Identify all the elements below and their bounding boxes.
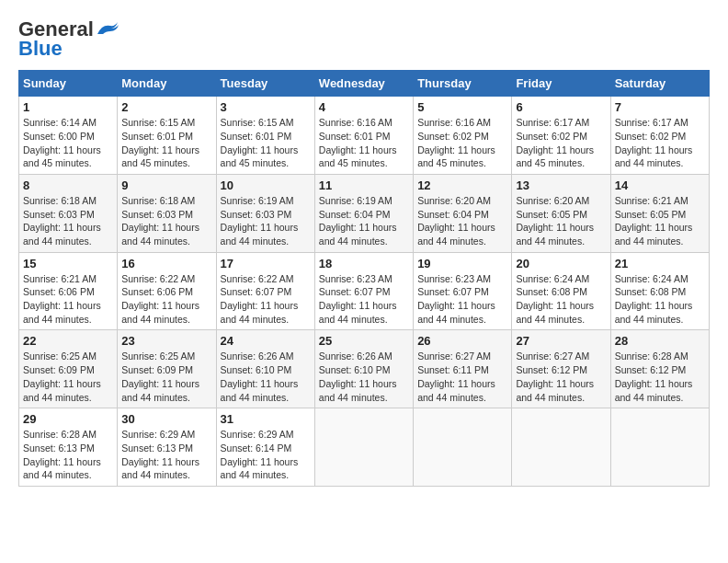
- col-header-thursday: Thursday: [414, 71, 512, 97]
- day-number: 11: [319, 178, 409, 192]
- calendar-cell: 28 Sunrise: 6:28 AM Sunset: 6:12 PM Dayl…: [610, 330, 709, 408]
- calendar-cell: 9 Sunrise: 6:18 AM Sunset: 6:03 PM Dayli…: [118, 174, 216, 252]
- calendar-cell: 27 Sunrise: 6:27 AM Sunset: 6:12 PM Dayl…: [512, 330, 610, 408]
- calendar-cell: [512, 408, 610, 487]
- calendar-week-2: 8 Sunrise: 6:18 AM Sunset: 6:03 PM Dayli…: [19, 174, 710, 252]
- calendar-cell: 16 Sunrise: 6:22 AM Sunset: 6:06 PM Dayl…: [118, 252, 216, 330]
- calendar-cell: 26 Sunrise: 6:27 AM Sunset: 6:11 PM Dayl…: [414, 330, 512, 408]
- day-info: Sunrise: 6:17 AM Sunset: 6:02 PM Dayligh…: [615, 116, 705, 170]
- calendar-week-3: 15 Sunrise: 6:21 AM Sunset: 6:06 PM Dayl…: [19, 252, 710, 330]
- calendar-cell: 8 Sunrise: 6:18 AM Sunset: 6:03 PM Dayli…: [19, 174, 118, 252]
- calendar-cell: 14 Sunrise: 6:21 AM Sunset: 6:05 PM Dayl…: [610, 174, 709, 252]
- calendar-cell: 31 Sunrise: 6:29 AM Sunset: 6:14 PM Dayl…: [216, 408, 314, 487]
- calendar-table: SundayMondayTuesdayWednesdayThursdayFrid…: [18, 70, 710, 487]
- day-number: 9: [121, 178, 211, 192]
- calendar-cell: 11 Sunrise: 6:19 AM Sunset: 6:04 PM Dayl…: [314, 174, 413, 252]
- calendar-cell: 25 Sunrise: 6:26 AM Sunset: 6:10 PM Dayl…: [314, 330, 413, 408]
- day-info: Sunrise: 6:20 AM Sunset: 6:05 PM Dayligh…: [516, 194, 606, 248]
- day-number: 22: [23, 334, 113, 348]
- calendar-cell: 6 Sunrise: 6:17 AM Sunset: 6:02 PM Dayli…: [512, 97, 610, 175]
- day-info: Sunrise: 6:28 AM Sunset: 6:12 PM Dayligh…: [615, 350, 705, 404]
- day-number: 3: [221, 100, 311, 114]
- calendar-cell: 3 Sunrise: 6:15 AM Sunset: 6:01 PM Dayli…: [216, 97, 314, 175]
- day-number: 7: [615, 100, 705, 114]
- day-number: 25: [319, 334, 409, 348]
- day-number: 26: [417, 334, 507, 348]
- day-info: Sunrise: 6:29 AM Sunset: 6:13 PM Dayligh…: [121, 428, 211, 482]
- calendar-cell: [414, 408, 512, 487]
- day-info: Sunrise: 6:21 AM Sunset: 6:05 PM Dayligh…: [615, 194, 705, 248]
- calendar-cell: 21 Sunrise: 6:24 AM Sunset: 6:08 PM Dayl…: [610, 252, 709, 330]
- col-header-tuesday: Tuesday: [216, 71, 314, 97]
- day-info: Sunrise: 6:22 AM Sunset: 6:06 PM Dayligh…: [121, 272, 211, 327]
- day-info: Sunrise: 6:27 AM Sunset: 6:11 PM Dayligh…: [417, 350, 507, 404]
- col-header-wednesday: Wednesday: [314, 71, 413, 97]
- day-info: Sunrise: 6:24 AM Sunset: 6:08 PM Dayligh…: [615, 272, 705, 327]
- calendar-cell: 20 Sunrise: 6:24 AM Sunset: 6:08 PM Dayl…: [512, 252, 610, 330]
- page-header: General Blue: [18, 18, 710, 61]
- calendar-cell: 7 Sunrise: 6:17 AM Sunset: 6:02 PM Dayli…: [610, 97, 709, 175]
- calendar-cell: 19 Sunrise: 6:23 AM Sunset: 6:07 PM Dayl…: [414, 252, 512, 330]
- day-number: 8: [23, 178, 113, 192]
- day-number: 14: [615, 178, 705, 192]
- day-info: Sunrise: 6:24 AM Sunset: 6:08 PM Dayligh…: [516, 272, 606, 327]
- calendar-cell: 12 Sunrise: 6:20 AM Sunset: 6:04 PM Dayl…: [414, 174, 512, 252]
- day-number: 30: [121, 412, 211, 426]
- calendar-cell: 4 Sunrise: 6:16 AM Sunset: 6:01 PM Dayli…: [314, 97, 413, 175]
- day-number: 2: [121, 100, 211, 114]
- day-number: 15: [23, 257, 113, 270]
- calendar-cell: 23 Sunrise: 6:25 AM Sunset: 6:09 PM Dayl…: [118, 330, 216, 408]
- calendar-cell: 15 Sunrise: 6:21 AM Sunset: 6:06 PM Dayl…: [19, 252, 118, 330]
- day-info: Sunrise: 6:27 AM Sunset: 6:12 PM Dayligh…: [516, 350, 606, 404]
- day-info: Sunrise: 6:15 AM Sunset: 6:01 PM Dayligh…: [121, 116, 211, 170]
- bird-logo-icon: [96, 19, 119, 40]
- day-info: Sunrise: 6:17 AM Sunset: 6:02 PM Dayligh…: [516, 116, 606, 170]
- day-number: 10: [221, 178, 311, 192]
- day-number: 17: [221, 257, 311, 270]
- day-number: 18: [319, 257, 409, 270]
- day-number: 6: [516, 100, 606, 114]
- day-info: Sunrise: 6:15 AM Sunset: 6:01 PM Dayligh…: [221, 116, 311, 170]
- calendar-week-5: 29 Sunrise: 6:28 AM Sunset: 6:13 PM Dayl…: [19, 408, 710, 487]
- day-info: Sunrise: 6:18 AM Sunset: 6:03 PM Dayligh…: [23, 194, 113, 248]
- col-header-saturday: Saturday: [610, 71, 709, 97]
- calendar-cell: [314, 408, 413, 487]
- day-number: 28: [615, 334, 705, 348]
- calendar-cell: 2 Sunrise: 6:15 AM Sunset: 6:01 PM Dayli…: [118, 97, 216, 175]
- day-info: Sunrise: 6:22 AM Sunset: 6:07 PM Dayligh…: [221, 272, 311, 327]
- day-info: Sunrise: 6:26 AM Sunset: 6:10 PM Dayligh…: [319, 350, 409, 404]
- col-header-friday: Friday: [512, 71, 610, 97]
- col-header-sunday: Sunday: [19, 71, 118, 97]
- day-number: 24: [221, 334, 311, 348]
- day-number: 21: [615, 257, 705, 270]
- calendar-cell: 13 Sunrise: 6:20 AM Sunset: 6:05 PM Dayl…: [512, 174, 610, 252]
- day-number: 12: [417, 178, 507, 192]
- day-number: 31: [221, 412, 311, 426]
- day-number: 4: [319, 100, 409, 114]
- day-number: 13: [516, 178, 606, 192]
- day-number: 16: [121, 257, 211, 270]
- calendar-cell: 17 Sunrise: 6:22 AM Sunset: 6:07 PM Dayl…: [216, 252, 314, 330]
- day-info: Sunrise: 6:19 AM Sunset: 6:04 PM Dayligh…: [319, 194, 409, 248]
- day-number: 27: [516, 334, 606, 348]
- day-info: Sunrise: 6:16 AM Sunset: 6:01 PM Dayligh…: [319, 116, 409, 170]
- day-info: Sunrise: 6:29 AM Sunset: 6:14 PM Dayligh…: [221, 428, 311, 482]
- logo: General Blue: [18, 18, 119, 61]
- day-number: 5: [417, 100, 507, 114]
- day-info: Sunrise: 6:14 AM Sunset: 6:00 PM Dayligh…: [23, 116, 113, 170]
- calendar-cell: 1 Sunrise: 6:14 AM Sunset: 6:00 PM Dayli…: [19, 97, 118, 175]
- calendar-header-row: SundayMondayTuesdayWednesdayThursdayFrid…: [19, 71, 710, 97]
- calendar-cell: 22 Sunrise: 6:25 AM Sunset: 6:09 PM Dayl…: [19, 330, 118, 408]
- calendar-cell: 5 Sunrise: 6:16 AM Sunset: 6:02 PM Dayli…: [414, 97, 512, 175]
- calendar-week-4: 22 Sunrise: 6:25 AM Sunset: 6:09 PM Dayl…: [19, 330, 710, 408]
- calendar-cell: 10 Sunrise: 6:19 AM Sunset: 6:03 PM Dayl…: [216, 174, 314, 252]
- calendar-cell: [610, 408, 709, 487]
- day-info: Sunrise: 6:23 AM Sunset: 6:07 PM Dayligh…: [417, 272, 507, 327]
- day-info: Sunrise: 6:28 AM Sunset: 6:13 PM Dayligh…: [23, 428, 113, 482]
- day-info: Sunrise: 6:18 AM Sunset: 6:03 PM Dayligh…: [121, 194, 211, 248]
- day-number: 23: [121, 334, 211, 348]
- day-number: 20: [516, 257, 606, 270]
- calendar-cell: 30 Sunrise: 6:29 AM Sunset: 6:13 PM Dayl…: [118, 408, 216, 487]
- day-number: 29: [23, 412, 113, 426]
- day-number: 19: [417, 257, 507, 270]
